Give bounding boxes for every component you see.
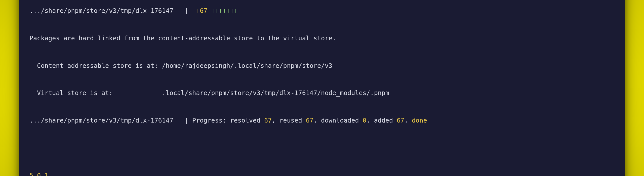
output-line-6: .../share/pnpm/store/v3/tmp/dlx-176147 |… bbox=[29, 116, 615, 125]
output-line-4: Content-addressable store is at: /home/r… bbox=[29, 61, 615, 70]
terminal-window: $ pnpm create react-app --version .../sh… bbox=[19, 0, 625, 176]
pkg-plus: +++++++ bbox=[207, 7, 237, 14]
pkg-count: +67 bbox=[196, 7, 207, 14]
output-line-3: Packages are hard linked from the conten… bbox=[29, 34, 615, 43]
blank-line bbox=[29, 143, 615, 153]
output-line-5: Virtual store is at: .local/share/pnpm/s… bbox=[29, 89, 615, 98]
progress-done: done bbox=[412, 117, 427, 124]
version-output: 5.0.1 bbox=[29, 171, 615, 176]
output-line-2: .../share/pnpm/store/v3/tmp/dlx-176147 |… bbox=[29, 6, 615, 15]
terminal-body[interactable]: $ pnpm create react-app --version .../sh… bbox=[19, 0, 625, 176]
